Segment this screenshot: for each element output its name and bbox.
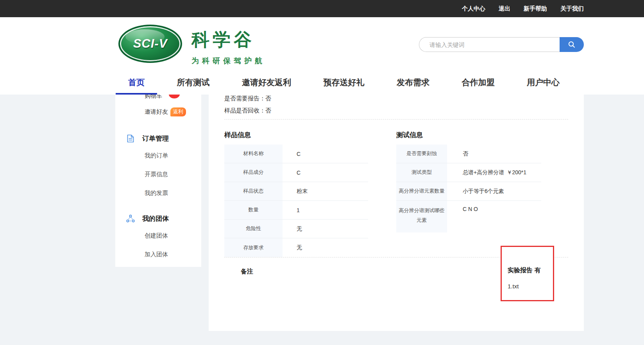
table-row: 数量 1	[224, 201, 368, 220]
row-value: C	[283, 163, 368, 182]
search-bar	[419, 37, 584, 52]
row-value: 无	[283, 220, 368, 238]
nav-item-post-demand[interactable]: 发布需求	[384, 70, 442, 95]
row-label: 危险性	[224, 220, 283, 238]
document-icon	[126, 134, 135, 143]
report-file-link[interactable]: 1.txt	[508, 283, 519, 290]
report-highlight-box: 实验报告 有 1.txt	[501, 246, 554, 301]
test-info-title: 测试信息	[396, 130, 541, 138]
row-label: 样品状态	[224, 182, 283, 200]
row-value: 否	[447, 145, 541, 163]
row-label: 样品成分	[224, 163, 283, 182]
nav-item-all-tests[interactable]: 所有测试	[165, 70, 222, 95]
table-row: 高分辨分谱元素数量 小于等于6个元素	[396, 182, 541, 201]
row-label: 存放要求	[224, 238, 283, 257]
table-row: 样品成分 C	[224, 163, 368, 182]
sidebar-item-create-group[interactable]: 创建团体	[145, 232, 201, 240]
sidebar-item-cart[interactable]: 购物车	[115, 95, 201, 100]
order-detail-card: 是否需要报告：否 样品是否回收：否 样品信息 材料名称 C 样品成分 C	[209, 95, 584, 331]
note-label: 备注	[241, 268, 253, 276]
header: SCI-V 科学谷 为科研保驾护航 首页 所有测试 邀请好友返利 预存送好礼 发…	[0, 17, 644, 95]
nav-item-cooperation[interactable]: 合作加盟	[449, 70, 507, 95]
brand-block: 科学谷 为科研保驾护航	[191, 25, 265, 66]
sidebar-section-groups-title[interactable]: 我的团体	[142, 214, 169, 223]
row-label: 高分辨分谱元素数量	[396, 182, 447, 200]
table-row: 危险性 无	[224, 220, 368, 238]
row-value: 1	[283, 201, 368, 219]
row-value: 小于等于6个元素	[447, 182, 541, 200]
test-type-value: 总谱+高分辨分谱	[463, 169, 504, 176]
nav-item-invite-rebate[interactable]: 邀请好友返利	[229, 70, 304, 95]
table-row: 材料名称 C	[224, 145, 368, 163]
sample-info-table: 材料名称 C 样品成分 C 样品状态 粉末 数量 1	[224, 145, 368, 257]
test-type-price: ￥200*1	[506, 169, 526, 176]
row-label: 高分辨分谱测试哪些元素	[396, 201, 447, 232]
sidebar-item-my-invoices[interactable]: 我的发票	[145, 189, 201, 197]
sample-recycle-line: 样品是否回收：否	[224, 104, 568, 116]
nav-item-home[interactable]: 首页	[116, 70, 157, 95]
table-row: 存放要求 无	[224, 238, 368, 257]
logo-badge-text: SCI-V	[133, 37, 168, 51]
brand-tagline: 为科研保驾护航	[191, 56, 265, 66]
search-icon	[567, 40, 576, 49]
search-button[interactable]	[560, 37, 584, 52]
sidebar-item-cart-label[interactable]: 购物车	[145, 95, 162, 100]
brand-name: 科学谷	[191, 28, 265, 52]
table-row: 测试类型 总谱+高分辨分谱 ￥200*1	[396, 163, 541, 182]
sample-info-title: 样品信息	[224, 130, 368, 138]
row-value: C	[283, 145, 368, 163]
table-row: 高分辨分谱测试哪些元素 C N O	[396, 201, 541, 232]
sidebar-item-invite[interactable]: 邀请好友 返利	[145, 107, 201, 116]
sidebar-item-invoice-info[interactable]: 开票信息	[145, 171, 201, 178]
note-report-row: 备注 实验报告 有 1.txt	[224, 257, 568, 320]
sidebar-section-groups[interactable]: 我的团体	[126, 214, 201, 223]
row-value: 总谱+高分辨分谱 ￥200*1	[447, 163, 541, 182]
topbar: 个人中心 退出 新手帮助 关于我们	[0, 0, 644, 17]
report-title: 实验报告 有	[508, 266, 540, 275]
row-value: 粉末	[283, 182, 368, 200]
content-area: 购物车 邀请好友 返利 订单管理 我的订单 开票信息 我的发票	[0, 95, 644, 345]
topbar-link-profile[interactable]: 个人中心	[462, 5, 485, 13]
topbar-link-help[interactable]: 新手帮助	[524, 5, 547, 13]
notification-badge	[169, 95, 180, 98]
test-info-section: 测试信息 是否需要刻蚀 否 测试类型 总谱+高分辨分谱 ￥200*1	[396, 130, 541, 257]
sidebar-section-orders-title[interactable]: 订单管理	[142, 134, 169, 143]
test-info-table: 是否需要刻蚀 否 测试类型 总谱+高分辨分谱 ￥200*1 高分辨分谱元素数量 …	[396, 145, 541, 232]
sidebar-item-invite-label[interactable]: 邀请好友	[145, 108, 168, 116]
row-value: 无	[283, 238, 368, 257]
main-nav: 首页 所有测试 邀请好友返利 预存送好礼 发布需求 合作加盟 用户中心	[116, 70, 572, 95]
sidebar-section-orders[interactable]: 订单管理	[126, 134, 201, 143]
logo-ellipse-icon: SCI-V	[118, 25, 182, 63]
row-value: C N O	[447, 201, 541, 232]
sidebar-item-my-orders[interactable]: 我的订单	[145, 152, 201, 159]
nav-item-user-center[interactable]: 用户中心	[514, 70, 572, 95]
table-row: 样品状态 粉末	[224, 182, 368, 201]
logo[interactable]: SCI-V 科学谷 为科研保驾护航	[118, 25, 265, 66]
sample-info-section: 样品信息 材料名称 C 样品成分 C 样品状态 粉末 数量	[224, 130, 368, 257]
order-summary: 是否需要报告：否 样品是否回收：否	[224, 95, 568, 116]
group-network-icon	[126, 215, 135, 223]
topbar-link-about[interactable]: 关于我们	[560, 5, 584, 13]
topbar-link-logout[interactable]: 退出	[499, 5, 510, 13]
row-label: 数量	[224, 201, 283, 219]
info-columns: 样品信息 材料名称 C 样品成分 C 样品状态 粉末 数量	[224, 130, 568, 257]
dashed-divider-top	[224, 119, 568, 120]
search-input[interactable]	[419, 37, 560, 52]
rebate-badge[interactable]: 返利	[170, 107, 186, 116]
row-label: 材料名称	[224, 145, 283, 163]
row-label: 测试类型	[396, 163, 447, 182]
sidebar: 购物车 邀请好友 返利 订单管理 我的订单 开票信息 我的发票	[115, 95, 201, 267]
nav-item-prestore-gift[interactable]: 预存送好礼	[311, 70, 377, 95]
table-row: 是否需要刻蚀 否	[396, 145, 541, 163]
row-label: 是否需要刻蚀	[396, 145, 447, 163]
sidebar-item-join-group[interactable]: 加入团体	[145, 251, 201, 258]
need-report-line: 是否需要报告：否	[224, 95, 568, 104]
